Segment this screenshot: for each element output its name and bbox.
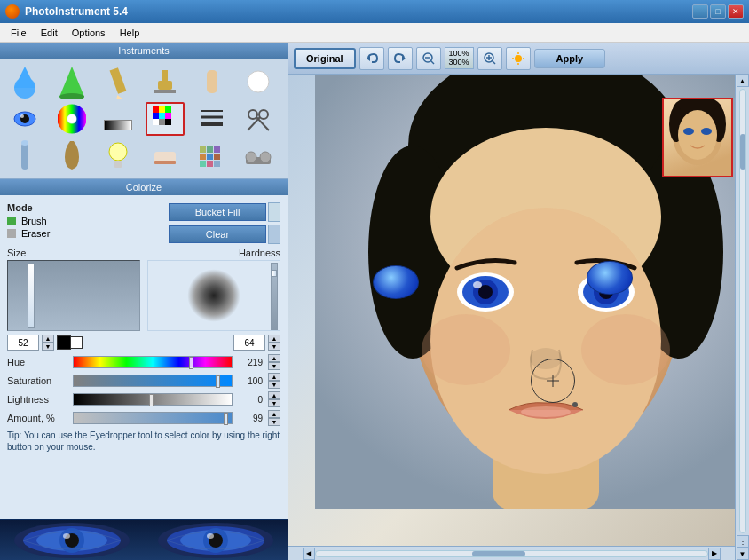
svg-rect-24: [153, 119, 159, 125]
mode-buttons: Bucket Fill Clear: [169, 202, 280, 244]
close-button[interactable]: ✕: [728, 4, 744, 19]
lightness-up[interactable]: ▲: [268, 391, 280, 399]
amount-up[interactable]: ▲: [268, 410, 280, 418]
amount-down[interactable]: ▼: [268, 418, 280, 426]
right-eye-preview: [154, 521, 278, 560]
svg-point-10: [248, 71, 269, 92]
horizontal-scrollbar: ◀ ▶: [288, 546, 735, 560]
size-down[interactable]: ▼: [42, 343, 54, 351]
zoom-fit-button[interactable]: [477, 47, 502, 70]
h-scroll-thumb[interactable]: [472, 551, 525, 556]
tool-lines[interactable]: [193, 102, 232, 136]
minimize-button[interactable]: ─: [692, 4, 708, 19]
tool-color-wheel[interactable]: [52, 102, 91, 136]
tool-weights[interactable]: [239, 139, 278, 173]
v-scroll-thumb[interactable]: [740, 134, 745, 170]
saturation-label: Saturation: [7, 375, 67, 386]
svg-point-17: [67, 114, 76, 123]
size-up[interactable]: ▲: [42, 335, 54, 343]
v-scroll-track[interactable]: [739, 89, 746, 533]
lightness-label: Lightness: [7, 394, 67, 405]
svg-rect-44: [207, 154, 213, 160]
size-slider-thumb[interactable]: [28, 263, 35, 328]
background-color[interactable]: [70, 336, 83, 349]
scroll-left-arrow[interactable]: ◀: [303, 548, 315, 560]
tool-mosaic[interactable]: [193, 139, 232, 173]
eye-colorize-right: [587, 261, 633, 295]
svg-marker-2: [59, 67, 84, 97]
saturation-up[interactable]: ▲: [268, 373, 280, 381]
clear-button[interactable]: Clear: [169, 225, 266, 243]
tool-stamp[interactable]: [146, 65, 185, 99]
tool-cone[interactable]: [52, 65, 91, 99]
tool-bulb[interactable]: [99, 139, 138, 173]
hardness-up[interactable]: ▲: [268, 335, 280, 343]
eye-preview-strip: [0, 519, 288, 560]
hardness-spinners: ▲ ▼: [268, 335, 280, 351]
main-toolbar: Original 100%300% Apply: [288, 43, 749, 75]
svg-point-11: [252, 75, 257, 79]
hardness-down[interactable]: ▼: [268, 343, 280, 351]
bucket-fill-button[interactable]: Bucket Fill: [169, 203, 266, 221]
zoom-out-button[interactable]: [416, 47, 441, 70]
lightness-row: Lightness 0 ▲ ▼: [7, 391, 280, 407]
apply-button[interactable]: Apply: [534, 49, 606, 68]
scroll-resize-corner[interactable]: ⋮: [737, 535, 749, 548]
tool-skin[interactable]: [193, 65, 232, 99]
tool-ball[interactable]: [239, 65, 278, 99]
redo-button[interactable]: [388, 47, 413, 70]
size-input[interactable]: 52: [7, 335, 39, 351]
clear-scrollbar: [268, 225, 280, 244]
hue-slider[interactable]: [73, 356, 233, 368]
saturation-spinners: ▲ ▼: [268, 373, 280, 389]
undo-button[interactable]: [359, 47, 384, 70]
hardness-slider-track[interactable]: [271, 263, 278, 330]
hue-down[interactable]: ▼: [268, 362, 280, 370]
eraser-option[interactable]: Eraser: [7, 228, 50, 239]
hue-up[interactable]: ▲: [268, 354, 280, 362]
tool-colors[interactable]: [146, 102, 185, 136]
hue-label: Hue: [7, 357, 67, 367]
hardness-slider-thumb[interactable]: [272, 270, 277, 277]
lightness-down[interactable]: ▼: [268, 399, 280, 407]
tool-tube[interactable]: [5, 139, 44, 173]
tool-vase[interactable]: [52, 139, 91, 173]
svg-point-35: [21, 140, 28, 146]
amount-slider[interactable]: [73, 412, 233, 424]
saturation-down[interactable]: ▼: [268, 381, 280, 389]
menu-help[interactable]: Help: [113, 26, 147, 40]
menu-file[interactable]: File: [4, 26, 34, 40]
svg-point-83: [678, 110, 717, 160]
tool-grayscale[interactable]: [99, 102, 138, 136]
svg-point-36: [109, 143, 127, 161]
left-eye-preview: [10, 521, 134, 560]
svg-rect-9: [207, 70, 217, 93]
svg-point-57: [63, 533, 70, 539]
tool-scissors[interactable]: [239, 102, 278, 136]
scroll-down-arrow[interactable]: ▼: [737, 548, 749, 560]
size-slider-track[interactable]: [7, 260, 140, 331]
app-icon: [5, 4, 20, 19]
foreground-color[interactable]: [57, 335, 71, 350]
saturation-slider[interactable]: [73, 375, 233, 387]
tool-pencil[interactable]: [99, 65, 138, 99]
lightness-value: 0: [238, 395, 263, 405]
tool-water-drop[interactable]: [5, 65, 44, 99]
zoom-level[interactable]: 100%300%: [445, 47, 474, 70]
menu-options[interactable]: Options: [65, 26, 113, 40]
svg-rect-20: [165, 106, 171, 113]
tool-eraser2[interactable]: [146, 139, 185, 173]
lightness-slider[interactable]: [73, 393, 233, 406]
original-button[interactable]: Original: [294, 48, 356, 69]
svg-point-107: [521, 406, 571, 417]
maximize-button[interactable]: □: [710, 4, 726, 19]
menu-edit[interactable]: Edit: [34, 26, 65, 40]
mode-label: Mode: [7, 202, 50, 213]
brighten-button[interactable]: [506, 47, 531, 70]
h-scroll-track[interactable]: [315, 550, 708, 557]
hardness-input[interactable]: 64: [233, 335, 265, 351]
scroll-up-arrow[interactable]: ▲: [737, 75, 749, 87]
brush-option[interactable]: Brush: [7, 216, 50, 226]
scroll-right-arrow[interactable]: ▶: [708, 548, 721, 560]
tool-eye[interactable]: [5, 102, 44, 136]
